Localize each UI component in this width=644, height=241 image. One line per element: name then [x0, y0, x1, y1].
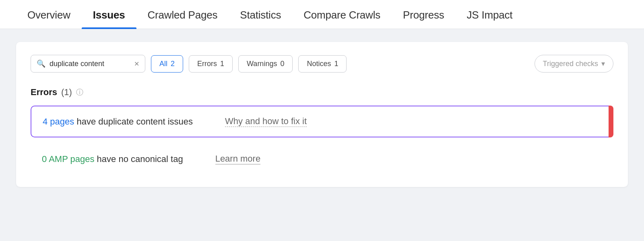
search-input[interactable]	[50, 60, 130, 68]
tab-compare-crawls[interactable]: Compare Crawls	[292, 0, 392, 29]
content-card: 🔍 ✕ All 2 Errors 1 Warnings 0 Notices 1	[16, 42, 628, 187]
issue-text: 4 pages have duplicate content issues	[43, 116, 193, 127]
filter-warnings-label: Warnings	[247, 60, 277, 68]
pages-link[interactable]: 4 pages	[43, 116, 74, 127]
search-icon: 🔍	[37, 59, 45, 68]
issue-row: 4 pages have duplicate content issues Wh…	[31, 106, 613, 137]
fix-link[interactable]: Why and how to fix it	[225, 116, 307, 127]
errors-section-heading: Errors (1) ⓘ	[31, 87, 613, 98]
nav-tabs: Overview Issues Crawled Pages Statistics…	[0, 0, 644, 29]
filter-warnings-button[interactable]: Warnings 0	[238, 55, 293, 73]
filter-errors-count: 1	[220, 60, 224, 68]
learn-more-link[interactable]: Learn more	[215, 154, 261, 164]
notice-text: 0 AMP pages have no canonical tag	[42, 154, 183, 164]
chevron-down-icon: ▾	[601, 59, 605, 68]
filter-row: 🔍 ✕ All 2 Errors 1 Warnings 0 Notices 1	[31, 55, 613, 73]
filter-warnings-count: 0	[280, 60, 284, 68]
errors-count: (1)	[61, 87, 72, 98]
filter-all-label: All	[159, 60, 167, 68]
tab-overview[interactable]: Overview	[16, 0, 82, 29]
triggered-checks-label: Triggered checks	[543, 60, 598, 68]
tab-progress[interactable]: Progress	[392, 0, 455, 29]
filter-notices-label: Notices	[307, 60, 331, 68]
triggered-checks-button[interactable]: Triggered checks ▾	[535, 55, 613, 73]
main-content: 🔍 ✕ All 2 Errors 1 Warnings 0 Notices 1	[0, 29, 644, 200]
filter-errors-label: Errors	[197, 60, 217, 68]
search-box: 🔍 ✕	[31, 55, 145, 73]
info-icon[interactable]: ⓘ	[76, 87, 83, 97]
amp-pages-link[interactable]: 0 AMP pages	[42, 154, 94, 164]
notice-row: 0 AMP pages have no canonical tag Learn …	[31, 144, 613, 174]
filter-all-count: 2	[171, 60, 175, 68]
filter-all-button[interactable]: All 2	[151, 55, 183, 73]
tab-issues[interactable]: Issues	[82, 0, 136, 29]
filter-notices-button[interactable]: Notices 1	[298, 55, 347, 73]
filter-notices-count: 1	[334, 60, 338, 68]
tab-js-impact[interactable]: JS Impact	[456, 0, 524, 29]
tab-crawled-pages[interactable]: Crawled Pages	[136, 0, 229, 29]
notice-description: have no canonical tag	[94, 154, 183, 164]
tab-statistics[interactable]: Statistics	[229, 0, 292, 29]
filter-errors-button[interactable]: Errors 1	[189, 55, 233, 73]
clear-icon[interactable]: ✕	[134, 60, 139, 68]
issue-description: have duplicate content issues	[74, 116, 193, 127]
errors-title: Errors	[31, 87, 57, 98]
